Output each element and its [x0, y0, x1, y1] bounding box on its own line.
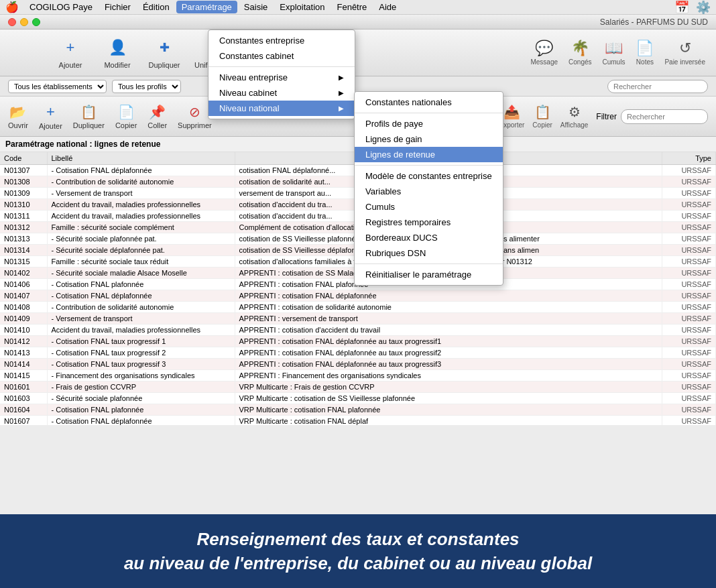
cell-type: URSSAF: [662, 416, 716, 426]
copy2-button[interactable]: 📋 Copier: [532, 104, 552, 129]
sub-delete-button[interactable]: ⊘ Supprimer: [178, 104, 212, 129]
cell-label: - Sécurité sociale déplafonnée pat.: [47, 245, 235, 256]
menubar-fenetre[interactable]: Fenêtre: [331, 1, 372, 13]
establishments-select[interactable]: Tous les établissements: [8, 80, 107, 93]
reinitialiser-item[interactable]: Réinitialiser le paramétrage: [355, 267, 503, 282]
cell-code: N01308: [0, 176, 47, 188]
menubar-parametrage[interactable]: Paramétrage: [176, 1, 237, 13]
cumuls-label: Cumuls: [603, 58, 625, 66]
cell-type: URSSAF: [662, 176, 716, 188]
menubar-fichier[interactable]: Fichier: [99, 1, 136, 13]
cell-code: N01314: [0, 245, 47, 256]
sub-duplicate-button[interactable]: 📋 Dupliquer: [73, 104, 105, 129]
cell-desc: APPRENTI : cotisation FNAL déplafonnée a…: [235, 347, 662, 359]
cell-code: N01307: [0, 165, 47, 176]
menubar-aide[interactable]: Aide: [373, 1, 402, 13]
lignes-retenue-item[interactable]: Lignes de retenue: [355, 147, 503, 162]
cell-code: N01412: [0, 336, 47, 347]
minimize-button[interactable]: [20, 18, 28, 26]
display-icon: ⚙: [569, 104, 581, 120]
paste-button[interactable]: 📌 Coller: [147, 104, 167, 129]
cell-code: N01311: [0, 211, 47, 222]
message-button[interactable]: 💬 Message: [530, 40, 558, 66]
notes-icon: 📄: [636, 40, 654, 57]
table-row[interactable]: N01409 - Versement de transport APPRENTI…: [0, 313, 716, 325]
lignes-gain-item[interactable]: Lignes de gain: [355, 131, 503, 147]
cell-label: Famille : sécurité sociale taux réduit: [47, 256, 235, 268]
search-input[interactable]: [607, 80, 708, 93]
table-row[interactable]: N01408 - Contribution de solidarité auto…: [0, 302, 716, 313]
constantes-entreprise-item[interactable]: Constantes entreprise: [208, 33, 355, 48]
copy-button[interactable]: 📄 Copier: [115, 104, 137, 129]
sub-add-button[interactable]: + Ajouter: [39, 103, 62, 130]
cumuls-button[interactable]: 📖 Cumuls: [603, 40, 625, 66]
menubar-cogilog[interactable]: COGILOG Paye: [24, 1, 98, 13]
table-row[interactable]: N01415 - Financement des organisations s…: [0, 370, 716, 381]
constantes-nationales-item[interactable]: Constantes nationales: [355, 95, 503, 110]
close-button[interactable]: [8, 18, 16, 26]
table-row[interactable]: N01607 - Cotisation FNAL déplafonnée VRP…: [0, 416, 716, 426]
variables-item[interactable]: Variables: [355, 184, 503, 199]
menubar-saisie[interactable]: Saisie: [239, 1, 273, 13]
toolbar-add-button[interactable]: + Ajouter: [54, 37, 87, 69]
export-icon: 📤: [503, 104, 520, 120]
niveau-national-item[interactable]: Niveau national ▶: [208, 101, 355, 116]
cell-code: N01409: [0, 313, 47, 325]
cell-type: URSSAF: [662, 336, 716, 347]
cell-code: N01406: [0, 279, 47, 290]
rubriques-dsn-item[interactable]: Rubriques DSN: [355, 245, 503, 261]
table-row[interactable]: N01414 - Cotisation FNAL taux progressif…: [0, 359, 716, 370]
menubar-edition[interactable]: Édition: [137, 1, 175, 13]
cell-desc: VRP Multicarte : cotisation FNAL déplaf: [235, 416, 662, 426]
paste-icon: 📌: [149, 104, 166, 120]
table-row[interactable]: N01410 Accident du travail, maladies pro…: [0, 325, 716, 336]
constantes-cabinet-item[interactable]: Constantes cabinet: [208, 48, 355, 64]
top-toolbar: + Ajouter 👤 Modifier ✚ Dupliquer → Unifo…: [0, 30, 716, 76]
cell-type: URSSAF: [662, 393, 716, 404]
table-row[interactable]: N01412 - Cotisation FNAL taux progressif…: [0, 336, 716, 347]
cell-label: - Versement de transport: [47, 188, 235, 199]
copy2-label: Copier: [532, 121, 552, 129]
sub-add-label: Ajouter: [39, 122, 62, 130]
profils-paye-item[interactable]: Profils de paye: [355, 116, 503, 131]
zoom-button[interactable]: [32, 18, 40, 26]
cell-code: N01604: [0, 404, 47, 416]
cell-code: N01414: [0, 359, 47, 370]
notes-button[interactable]: 📄 Notes: [636, 40, 654, 66]
table-row[interactable]: N01601 - Frais de gestion CCVRP VRP Mult…: [0, 381, 716, 393]
toolbar-duplicate-button[interactable]: ✚ Dupliquer: [147, 37, 181, 69]
cell-label: - Cotisation FNAL taux progressif 1: [47, 336, 235, 347]
modele-constantes-item[interactable]: Modèle de constantes entreprise: [355, 168, 503, 184]
copy2-icon: 📋: [534, 104, 551, 120]
table-row[interactable]: N01604 - Cotisation FNAL plafonnée VRP M…: [0, 404, 716, 416]
cell-label: Accident du travail, maladies profession…: [47, 325, 235, 336]
table-row[interactable]: N01407 - Cotisation FNAL déplafonnée APP…: [0, 290, 716, 302]
bordereaux-item[interactable]: Bordereaux DUCS: [355, 230, 503, 245]
profiles-select[interactable]: Tous les profils: [112, 80, 181, 93]
niveau-entreprise-item[interactable]: Niveau entreprise ▶: [208, 70, 355, 85]
niveau-cabinet-item[interactable]: Niveau cabinet ▶: [208, 85, 355, 101]
cumuls-item[interactable]: Cumuls: [355, 199, 503, 215]
banner-line2: au niveau de l'entreprise, du cabinet ou…: [124, 551, 592, 575]
conges-button[interactable]: 🌴 Congés: [569, 40, 591, 66]
cell-type: URSSAF: [662, 211, 716, 222]
cell-label: - Cotisation FNAL déplafonnée: [47, 290, 235, 302]
apple-menu[interactable]: 🍎: [5, 1, 19, 13]
registres-item[interactable]: Registres temporaires: [355, 215, 503, 230]
cell-label: Accident du travail, maladies profession…: [47, 199, 235, 211]
menubar-exploitation[interactable]: Exploitation: [274, 1, 330, 13]
cell-label: - Cotisation FNAL déplafonnée: [47, 416, 235, 426]
cell-label: - Sécurité sociale maladie Alsace Mosell…: [47, 268, 235, 279]
table-row[interactable]: N01603 - Sécurité sociale plafonnée VRP …: [0, 393, 716, 404]
table-row[interactable]: N01413 - Cotisation FNAL taux progressif…: [0, 347, 716, 359]
open-button[interactable]: 📂 Ouvrir: [8, 104, 28, 129]
banner-text: Renseignement des taux et constantes au …: [124, 527, 592, 576]
conges-label: Congés: [569, 58, 591, 66]
cell-desc: APPRENTI : cotisation FNAL déplafonnée a…: [235, 359, 662, 370]
paie-inversee-button[interactable]: ↺ Paie inversée: [664, 40, 705, 66]
filtrer-input[interactable]: [621, 109, 708, 124]
duplicate-label: Dupliquer: [148, 61, 180, 69]
toolbar-modify-button[interactable]: 👤 Modifier: [101, 37, 134, 69]
display-button[interactable]: ⚙ Affichage: [560, 104, 589, 129]
menubar-calendar-icon: 📅: [674, 0, 689, 15]
